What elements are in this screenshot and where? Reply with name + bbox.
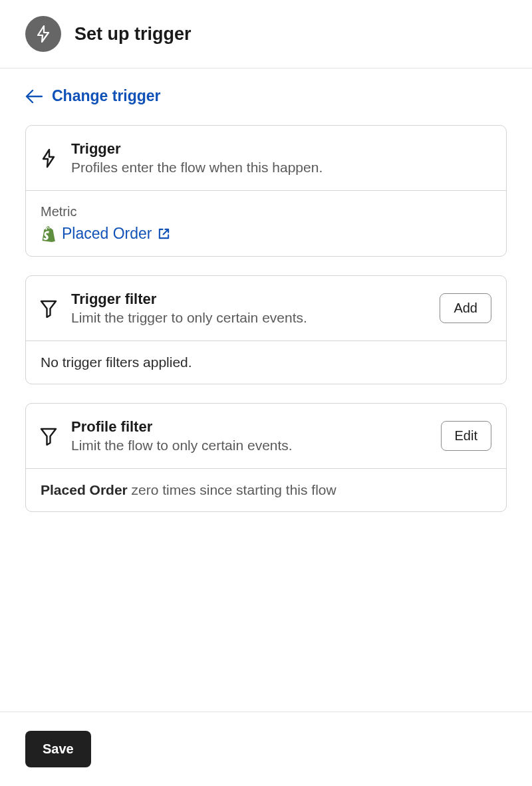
metric-link[interactable]: Placed Order	[62, 225, 170, 243]
trigger-filter-card: Trigger filter Limit the trigger to only…	[25, 275, 507, 384]
profile-filter-icon	[38, 427, 59, 446]
bolt-icon	[41, 148, 57, 168]
profile-filter-card: Profile filter Limit the flow to only ce…	[25, 403, 507, 512]
trigger-filter-titles: Trigger filter Limit the trigger to only…	[71, 291, 428, 326]
trigger-card: Trigger Profiles enter the flow when thi…	[25, 125, 507, 257]
page-title: Set up trigger	[74, 24, 192, 45]
trigger-filter-title: Trigger filter	[71, 291, 428, 308]
shopify-icon	[41, 226, 55, 242]
trigger-filter-body: No trigger filters applied.	[26, 340, 506, 384]
header-bolt-icon-wrapper	[25, 16, 61, 52]
bolt-icon	[35, 25, 51, 43]
content-area: Change trigger Trigger Profiles enter th…	[0, 68, 532, 712]
arrow-left-icon	[25, 89, 43, 104]
trigger-filter-body-text: No trigger filters applied.	[41, 354, 192, 370]
trigger-filter-icon	[38, 299, 59, 318]
profile-filter-body-rest: zero times since starting this flow	[128, 482, 336, 497]
trigger-card-body: Metric Placed Order	[26, 190, 506, 256]
trigger-card-subtitle: Profiles enter the flow when this happen…	[71, 160, 491, 176]
trigger-card-titles: Trigger Profiles enter the flow when thi…	[71, 140, 491, 176]
trigger-filter-subtitle: Limit the trigger to only certain events…	[71, 310, 428, 326]
profile-filter-titles: Profile filter Limit the flow to only ce…	[71, 418, 429, 454]
edit-button[interactable]: Edit	[441, 421, 491, 451]
external-link-icon	[158, 227, 170, 240]
metric-label: Metric	[41, 204, 491, 219]
funnel-icon	[40, 427, 57, 446]
save-button[interactable]: Save	[25, 731, 91, 767]
footer: Save	[0, 712, 532, 786]
profile-filter-title: Profile filter	[71, 418, 429, 436]
metric-link-text: Placed Order	[62, 225, 152, 243]
profile-filter-card-header: Profile filter Limit the flow to only ce…	[26, 404, 506, 468]
change-trigger-link[interactable]: Change trigger	[25, 87, 507, 105]
change-trigger-label: Change trigger	[52, 87, 161, 105]
trigger-card-header: Trigger Profiles enter the flow when thi…	[26, 126, 506, 190]
profile-filter-body: Placed Order zero times since starting t…	[26, 468, 506, 511]
add-button[interactable]: Add	[440, 293, 491, 323]
profile-filter-subtitle: Limit the flow to only certain events.	[71, 438, 429, 454]
metric-row: Placed Order	[41, 225, 491, 243]
trigger-card-title: Trigger	[71, 140, 491, 158]
trigger-card-icon	[38, 148, 59, 168]
funnel-icon	[40, 299, 57, 318]
page-header: Set up trigger	[0, 0, 532, 68]
trigger-filter-card-header: Trigger filter Limit the trigger to only…	[26, 276, 506, 340]
profile-filter-body-bold: Placed Order	[41, 482, 128, 497]
